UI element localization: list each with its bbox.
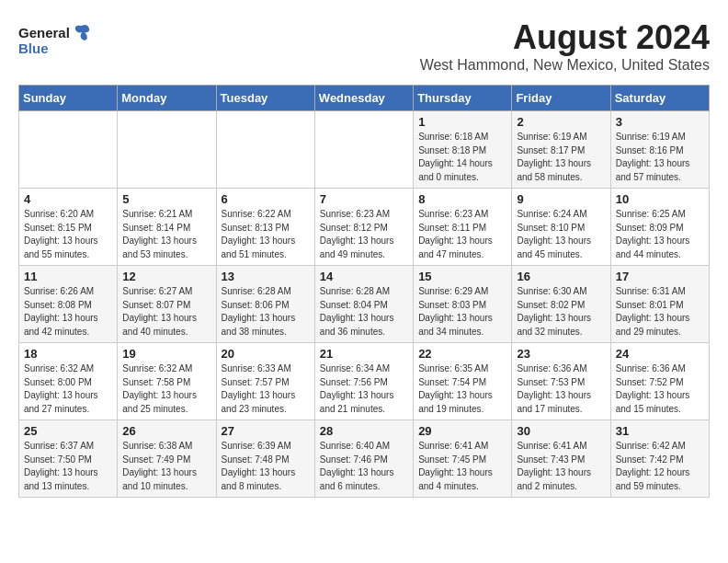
day-info: Sunrise: 6:37 AM Sunset: 7:50 PM Dayligh… <box>24 440 112 493</box>
calendar-cell: 1Sunrise: 6:18 AM Sunset: 8:18 PM Daylig… <box>414 111 512 189</box>
calendar-cell: 30Sunrise: 6:41 AM Sunset: 7:43 PM Dayli… <box>512 420 610 498</box>
calendar-cell: 27Sunrise: 6:39 AM Sunset: 7:48 PM Dayli… <box>216 420 314 498</box>
day-number: 24 <box>616 347 704 361</box>
day-number: 21 <box>320 347 408 361</box>
calendar-cell: 2Sunrise: 6:19 AM Sunset: 8:17 PM Daylig… <box>512 111 610 189</box>
day-number: 11 <box>24 270 112 283</box>
calendar-cell: 14Sunrise: 6:28 AM Sunset: 8:04 PM Dayli… <box>314 266 413 343</box>
logo-bird-icon <box>72 22 92 42</box>
day-number: 6 <box>222 192 310 206</box>
column-header-thursday: Thursday <box>414 86 512 111</box>
calendar-cell: 28Sunrise: 6:40 AM Sunset: 7:46 PM Dayli… <box>314 420 413 498</box>
day-number: 15 <box>418 270 506 283</box>
day-number: 14 <box>320 270 408 283</box>
calendar-cell: 19Sunrise: 6:32 AM Sunset: 7:58 PM Dayli… <box>118 343 216 420</box>
day-info: Sunrise: 6:27 AM Sunset: 8:07 PM Dayligh… <box>122 285 210 339</box>
column-header-wednesday: Wednesday <box>314 86 413 111</box>
page-title: August 2024 <box>18 18 710 57</box>
day-info: Sunrise: 6:39 AM Sunset: 7:48 PM Dayligh… <box>222 440 310 493</box>
day-number: 17 <box>616 270 704 283</box>
calendar-week-1: 1Sunrise: 6:18 AM Sunset: 8:18 PM Daylig… <box>19 111 710 189</box>
day-number: 25 <box>24 424 112 438</box>
day-number: 20 <box>222 347 310 361</box>
logo-blue: Blue <box>18 40 49 56</box>
day-number: 3 <box>616 115 704 129</box>
calendar-cell: 7Sunrise: 6:23 AM Sunset: 8:12 PM Daylig… <box>314 189 413 266</box>
calendar-cell: 22Sunrise: 6:35 AM Sunset: 7:54 PM Dayli… <box>414 343 512 420</box>
day-info: Sunrise: 6:32 AM Sunset: 8:00 PM Dayligh… <box>24 362 112 416</box>
day-number: 29 <box>418 424 506 438</box>
calendar-cell: 18Sunrise: 6:32 AM Sunset: 8:00 PM Dayli… <box>19 343 118 420</box>
calendar-cell: 4Sunrise: 6:20 AM Sunset: 8:15 PM Daylig… <box>19 189 118 266</box>
day-info: Sunrise: 6:41 AM Sunset: 7:45 PM Dayligh… <box>418 440 506 493</box>
calendar-cell <box>216 111 314 189</box>
day-info: Sunrise: 6:22 AM Sunset: 8:13 PM Dayligh… <box>222 208 310 261</box>
calendar-cell: 9Sunrise: 6:24 AM Sunset: 8:10 PM Daylig… <box>512 189 610 266</box>
page-subtitle: West Hammond, New Mexico, United States <box>18 57 710 74</box>
calendar-cell: 13Sunrise: 6:28 AM Sunset: 8:06 PM Dayli… <box>216 266 314 343</box>
column-header-friday: Friday <box>512 86 610 111</box>
day-info: Sunrise: 6:19 AM Sunset: 8:16 PM Dayligh… <box>616 131 704 184</box>
day-info: Sunrise: 6:25 AM Sunset: 8:09 PM Dayligh… <box>616 208 704 261</box>
day-number: 2 <box>517 115 605 129</box>
day-info: Sunrise: 6:32 AM Sunset: 7:58 PM Dayligh… <box>122 362 210 416</box>
calendar-cell: 3Sunrise: 6:19 AM Sunset: 8:16 PM Daylig… <box>610 111 709 189</box>
column-header-saturday: Saturday <box>610 86 709 111</box>
day-number: 4 <box>24 192 112 206</box>
calendar-cell: 29Sunrise: 6:41 AM Sunset: 7:45 PM Dayli… <box>414 420 512 498</box>
calendar-table: SundayMondayTuesdayWednesdayThursdayFrid… <box>18 85 710 498</box>
logo: General Blue <box>18 22 92 56</box>
day-info: Sunrise: 6:20 AM Sunset: 8:15 PM Dayligh… <box>24 208 112 261</box>
day-number: 22 <box>418 347 506 361</box>
day-number: 31 <box>616 424 704 438</box>
day-number: 9 <box>517 192 605 206</box>
header-row: General Blue August 2024 West Hammond, N… <box>18 18 710 77</box>
day-info: Sunrise: 6:28 AM Sunset: 8:04 PM Dayligh… <box>320 285 408 339</box>
day-info: Sunrise: 6:33 AM Sunset: 7:57 PM Dayligh… <box>222 362 310 416</box>
day-number: 8 <box>418 192 506 206</box>
day-info: Sunrise: 6:41 AM Sunset: 7:43 PM Dayligh… <box>517 440 605 493</box>
day-info: Sunrise: 6:35 AM Sunset: 7:54 PM Dayligh… <box>418 362 506 416</box>
column-header-monday: Monday <box>118 86 216 111</box>
calendar-cell: 15Sunrise: 6:29 AM Sunset: 8:03 PM Dayli… <box>414 266 512 343</box>
calendar-cell: 26Sunrise: 6:38 AM Sunset: 7:49 PM Dayli… <box>118 420 216 498</box>
calendar-header-row: SundayMondayTuesdayWednesdayThursdayFrid… <box>19 86 710 111</box>
day-info: Sunrise: 6:40 AM Sunset: 7:46 PM Dayligh… <box>320 440 408 493</box>
day-number: 7 <box>320 192 408 206</box>
calendar-cell: 25Sunrise: 6:37 AM Sunset: 7:50 PM Dayli… <box>19 420 118 498</box>
day-number: 13 <box>222 270 310 283</box>
day-number: 30 <box>517 424 605 438</box>
day-number: 26 <box>122 424 210 438</box>
day-number: 23 <box>517 347 605 361</box>
calendar-cell: 17Sunrise: 6:31 AM Sunset: 8:01 PM Dayli… <box>610 266 709 343</box>
calendar-week-5: 25Sunrise: 6:37 AM Sunset: 7:50 PM Dayli… <box>19 420 710 498</box>
day-info: Sunrise: 6:31 AM Sunset: 8:01 PM Dayligh… <box>616 285 704 339</box>
calendar-cell: 12Sunrise: 6:27 AM Sunset: 8:07 PM Dayli… <box>118 266 216 343</box>
calendar-week-2: 4Sunrise: 6:20 AM Sunset: 8:15 PM Daylig… <box>19 189 710 266</box>
calendar-cell: 20Sunrise: 6:33 AM Sunset: 7:57 PM Dayli… <box>216 343 314 420</box>
calendar-cell <box>118 111 216 189</box>
day-number: 16 <box>517 270 605 283</box>
logo-general: General <box>18 25 70 40</box>
calendar-cell: 5Sunrise: 6:21 AM Sunset: 8:14 PM Daylig… <box>118 189 216 266</box>
day-number: 1 <box>418 115 506 129</box>
day-number: 27 <box>222 424 310 438</box>
day-info: Sunrise: 6:28 AM Sunset: 8:06 PM Dayligh… <box>222 285 310 339</box>
day-number: 5 <box>122 192 210 206</box>
day-number: 18 <box>24 347 112 361</box>
calendar-cell <box>19 111 118 189</box>
day-number: 10 <box>616 192 704 206</box>
calendar-week-4: 18Sunrise: 6:32 AM Sunset: 8:00 PM Dayli… <box>19 343 710 420</box>
calendar-cell: 23Sunrise: 6:36 AM Sunset: 7:53 PM Dayli… <box>512 343 610 420</box>
calendar-cell <box>314 111 413 189</box>
day-number: 28 <box>320 424 408 438</box>
column-header-sunday: Sunday <box>19 86 118 111</box>
day-info: Sunrise: 6:30 AM Sunset: 8:02 PM Dayligh… <box>517 285 605 339</box>
calendar-cell: 11Sunrise: 6:26 AM Sunset: 8:08 PM Dayli… <box>19 266 118 343</box>
day-info: Sunrise: 6:36 AM Sunset: 7:52 PM Dayligh… <box>616 362 704 416</box>
day-info: Sunrise: 6:29 AM Sunset: 8:03 PM Dayligh… <box>418 285 506 339</box>
calendar-cell: 24Sunrise: 6:36 AM Sunset: 7:52 PM Dayli… <box>610 343 709 420</box>
calendar-cell: 16Sunrise: 6:30 AM Sunset: 8:02 PM Dayli… <box>512 266 610 343</box>
calendar-body: 1Sunrise: 6:18 AM Sunset: 8:18 PM Daylig… <box>19 111 710 498</box>
calendar-cell: 31Sunrise: 6:42 AM Sunset: 7:42 PM Dayli… <box>610 420 709 498</box>
